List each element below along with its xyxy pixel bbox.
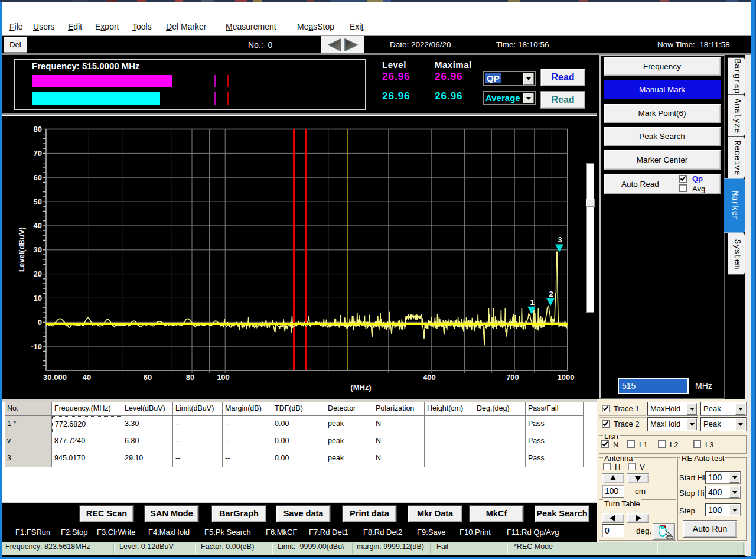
svg-text:60: 60 <box>34 173 42 182</box>
svg-text:-10: -10 <box>31 342 42 351</box>
svg-text:30: 30 <box>34 245 42 254</box>
svg-text:Level(dBuV): Level(dBuV) <box>17 227 26 272</box>
svg-text:1000: 1000 <box>558 373 575 382</box>
svg-text:(MHz): (MHz) <box>350 383 371 392</box>
svg-text:400: 400 <box>423 373 436 382</box>
svg-text:40: 40 <box>83 373 91 382</box>
svg-text:70: 70 <box>34 149 42 158</box>
svg-text:700: 700 <box>506 373 519 382</box>
svg-text:2: 2 <box>549 290 553 298</box>
svg-text:80: 80 <box>34 125 42 134</box>
svg-text:1: 1 <box>530 298 534 307</box>
svg-text:50: 50 <box>34 197 42 206</box>
svg-text:80: 80 <box>186 373 194 382</box>
svg-text:30.000: 30.000 <box>43 373 67 382</box>
svg-text:0: 0 <box>38 318 42 327</box>
svg-text:40: 40 <box>34 221 42 230</box>
svg-text:20: 20 <box>34 269 42 278</box>
svg-text:3: 3 <box>558 235 562 244</box>
svg-text:100: 100 <box>217 373 230 382</box>
svg-text:10: 10 <box>34 294 42 303</box>
svg-text:60: 60 <box>144 373 152 382</box>
